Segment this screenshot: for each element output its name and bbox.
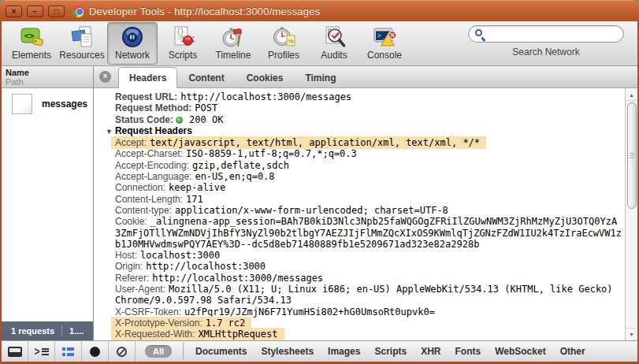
svg-text:{}: {} bbox=[176, 28, 184, 35]
summary-row: Request Method:POST bbox=[104, 102, 622, 113]
summary-row: Status Code:200 OK bbox=[104, 114, 622, 125]
header-row: Accept-Encoding:gzip,deflate,sdch bbox=[104, 160, 622, 171]
column-name: Name bbox=[6, 68, 89, 77]
window-title: Developer Tools - http://localhost:3000/… bbox=[89, 6, 320, 17]
svg-text:%: % bbox=[288, 38, 293, 45]
devtools-window: × − □ Developer Tools - http://localhost… bbox=[0, 0, 639, 364]
close-details-icon[interactable]: × bbox=[99, 71, 111, 83]
toolbar-button-label: Profiles bbox=[268, 50, 299, 61]
requests-list: messages bbox=[2, 88, 93, 321]
panel-toolbar: <> Elements Resources Network {} bbox=[2, 21, 637, 66]
header-row: Accept-Charset:ISO-8859-1,utf-8;q=0.7,*;… bbox=[104, 148, 622, 159]
request-headers-list: Accept:text/javascript, text/html, appli… bbox=[104, 137, 622, 340]
filter-button[interactable]: Scripts bbox=[374, 346, 407, 357]
toolbar-button-label: Elements bbox=[12, 50, 51, 61]
header-row: Cookie:_alingnena-app_session=BAh7B0kiD3… bbox=[104, 216, 622, 250]
request-list-item[interactable]: messages bbox=[2, 88, 93, 120]
toolbar-button-label: Network bbox=[115, 50, 150, 61]
clear-button[interactable] bbox=[109, 341, 136, 362]
record-icon bbox=[90, 347, 100, 357]
requests-status-bar: 1 requests 1.... bbox=[2, 321, 93, 340]
scripts-icon: {} bbox=[171, 24, 195, 50]
toolbar-button-network[interactable]: Network bbox=[107, 22, 158, 65]
summary-row: Request URL:http://localhost:3000/messag… bbox=[104, 91, 622, 102]
network-icon bbox=[121, 24, 145, 50]
toolbar-button-label: Console bbox=[367, 50, 402, 61]
filter-button[interactable]: Other bbox=[560, 346, 585, 357]
search-area: Search Network bbox=[463, 25, 630, 58]
resource-filters: AllDocumentsStylesheetsImagesScriptsXHRF… bbox=[145, 345, 585, 358]
transfer-size: 1.... bbox=[69, 326, 84, 336]
toolbar-button-elements[interactable]: <> Elements bbox=[6, 22, 57, 65]
header-row: User-Agent:Mozilla/5.0 (X11; U; Linux i6… bbox=[104, 284, 622, 306]
header-row: X-CSRF-Token:u2fPqr19/JZmjN6F71YumHSi802… bbox=[104, 306, 622, 318]
scrollbar-thumb[interactable] bbox=[627, 102, 637, 209]
header-row: Content-Length:171 bbox=[104, 194, 622, 205]
tab-cookies[interactable]: Cookies bbox=[236, 67, 295, 87]
request-headers-section[interactable]: ▼Request Headers bbox=[104, 125, 622, 137]
tab-timing[interactable]: Timing bbox=[294, 67, 347, 87]
profiles-icon: % bbox=[272, 24, 296, 50]
window-maximize-button[interactable]: □ bbox=[48, 6, 65, 17]
timeline-icon bbox=[221, 24, 246, 50]
window-close-button[interactable]: × bbox=[6, 6, 22, 17]
svg-text:>_: >_ bbox=[377, 32, 385, 39]
filter-button[interactable]: Stylesheets bbox=[261, 346, 314, 357]
chrome-logo-icon bbox=[72, 6, 84, 17]
toolbar-button-resources[interactable]: Resources bbox=[57, 22, 107, 65]
tab-headers[interactable]: Headers bbox=[118, 67, 177, 88]
details-tabbar: × Headers Content Cookies Timing bbox=[94, 66, 637, 88]
header-row: X-Requested-With:XMLHttpRequest bbox=[104, 329, 622, 340]
toolbar-button-console[interactable]: >_ Console bbox=[359, 22, 410, 65]
scroll-down-icon[interactable]: ▼ bbox=[626, 328, 637, 340]
bottom-toolbar: > AllDocumentsStylesheetsImagesScriptsXH… bbox=[2, 340, 637, 362]
requests-count: 1 requests bbox=[11, 326, 54, 336]
titlebar[interactable]: × − □ Developer Tools - http://localhost… bbox=[0, 0, 639, 21]
vertical-scrollbar[interactable]: ▲ ▼ bbox=[625, 88, 637, 340]
console-icon: >_ bbox=[373, 24, 397, 50]
filter-button[interactable]: Documents bbox=[195, 346, 247, 357]
clear-icon bbox=[117, 347, 127, 357]
audits-icon bbox=[322, 24, 347, 50]
column-path: Path bbox=[6, 77, 89, 87]
console-toggle-icon: > bbox=[34, 346, 48, 357]
header-row: Content-type:application/x-www-form-urle… bbox=[104, 205, 622, 216]
toolbar-button-label: Audits bbox=[321, 50, 347, 61]
filter-button[interactable]: WebSocket bbox=[495, 346, 545, 357]
tab-content[interactable]: Content bbox=[177, 67, 235, 87]
dock-side-button[interactable] bbox=[2, 341, 28, 362]
search-caption: Search Network bbox=[463, 46, 630, 58]
resource-thumbnail bbox=[12, 94, 32, 114]
header-row: Host:localhost:3000 bbox=[104, 250, 622, 261]
large-rows-button[interactable] bbox=[55, 341, 82, 362]
details-panel: × Headers Content Cookies Timing Request… bbox=[94, 66, 637, 340]
header-row: Accept-Language:en-US,en;q=0.8 bbox=[104, 171, 622, 182]
toolbar-button-audits[interactable]: Audits bbox=[309, 22, 359, 65]
toolbar-button-timeline[interactable]: Timeline bbox=[208, 22, 258, 65]
search-box[interactable] bbox=[468, 25, 624, 43]
search-input[interactable] bbox=[489, 27, 615, 41]
header-row: Origin:http://localhost:3000 bbox=[104, 261, 622, 272]
filter-button[interactable]: Images bbox=[328, 346, 360, 357]
expander-icon[interactable]: ▼ bbox=[106, 128, 113, 136]
filter-button[interactable]: XHR bbox=[421, 346, 440, 357]
header-row: Accept:text/javascript, text/html, appli… bbox=[104, 137, 622, 148]
svg-text:<>: <> bbox=[24, 31, 35, 41]
filter-button[interactable]: All bbox=[145, 345, 172, 358]
toolbar-button-label: Scripts bbox=[169, 50, 198, 61]
window-minimize-button[interactable]: − bbox=[27, 6, 43, 17]
console-toggle-button[interactable]: > bbox=[28, 341, 55, 362]
header-row: Connection:keep-alive bbox=[104, 182, 622, 193]
toolbar-button-label: Timeline bbox=[216, 50, 251, 61]
status-divider bbox=[61, 325, 62, 336]
filter-button[interactable]: Fonts bbox=[455, 346, 481, 357]
scroll-up-icon[interactable]: ▲ bbox=[626, 89, 637, 101]
header-row: Referer:http://localhost:3000/messages bbox=[104, 273, 622, 284]
sidebar-column-header[interactable]: Name Path bbox=[2, 66, 93, 88]
toolbar-button-scripts[interactable]: {} Scripts bbox=[158, 22, 208, 65]
record-button[interactable] bbox=[82, 341, 109, 362]
resources-icon bbox=[70, 24, 95, 50]
toolbar-button-label: Resources bbox=[59, 50, 104, 61]
toolbar-button-profiles[interactable]: % Profiles bbox=[258, 22, 309, 65]
section-title: Request Headers bbox=[115, 125, 192, 136]
